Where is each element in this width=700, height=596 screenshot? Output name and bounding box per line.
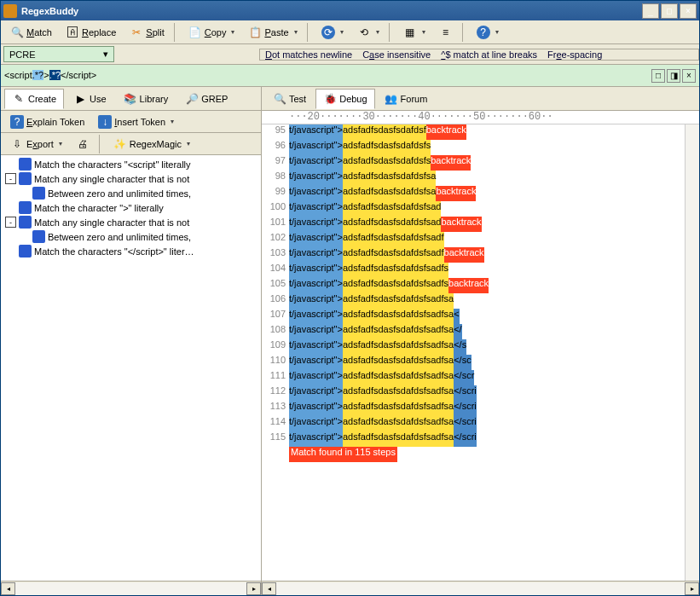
- debug-row: 115t/javascript">adsfadfsdasfsdafdsfsadf…: [262, 431, 685, 447]
- tree-row[interactable]: Between zero and unlimited times,: [3, 186, 259, 200]
- split-button[interactable]: ✂Split: [124, 23, 170, 42]
- scroll-right-button[interactable]: ▸: [246, 582, 261, 595]
- debug-row: 101t/javascript">adsfadfsdasfsdafdsfsadb…: [262, 217, 685, 232]
- grid-icon: ▦: [403, 26, 417, 39]
- panel-close-button[interactable]: ×: [682, 69, 696, 83]
- panel-min-button[interactable]: □: [651, 69, 665, 83]
- dropdown-icon: ▾: [103, 49, 108, 60]
- layout-list-button[interactable]: ≡: [433, 23, 459, 42]
- split-icon: ✂: [130, 26, 143, 39]
- scroll-right-button[interactable]: ▸: [685, 582, 699, 595]
- option-case[interactable]: Case insensitive: [362, 49, 431, 60]
- layout-grid-button[interactable]: ▦: [397, 23, 431, 42]
- tree-row[interactable]: Between zero and unlimited times,: [3, 229, 259, 244]
- tree-row[interactable]: Match the character ">" literally: [3, 200, 259, 215]
- minimize-button[interactable]: _: [642, 3, 659, 19]
- segment-consumed: t/javascript">: [289, 232, 343, 247]
- tab-library[interactable]: 📚Library: [116, 89, 176, 109]
- debug-row: 110t/javascript">adsfadfsdasfsdafdsfsadf…: [262, 355, 685, 370]
- tree-row[interactable]: Match the characters "<script" literally: [3, 157, 259, 171]
- segment-consumed: t/javascript">: [289, 140, 343, 155]
- left-hscrollbar[interactable]: ◂▸: [1, 581, 261, 595]
- tree-row[interactable]: -Match any single character that is not: [3, 215, 259, 229]
- expand-icon[interactable]: -: [5, 173, 16, 184]
- tab-grep[interactable]: 🔎GREP: [177, 89, 235, 109]
- insert-token-button[interactable]: ↓Insert Token: [92, 113, 180, 131]
- arrow-down-icon: ↓: [98, 115, 112, 129]
- line-number: 112: [262, 385, 289, 401]
- maximize-button[interactable]: □: [661, 3, 678, 19]
- export-button[interactable]: ⇩Export: [4, 135, 68, 153]
- paste-button[interactable]: 📋Paste: [242, 23, 303, 42]
- debug-row: 102t/javascript">adsfadfsdasfsdafdsfsadf: [262, 232, 685, 247]
- separator: [462, 23, 467, 42]
- copy-icon: 📄: [188, 26, 202, 39]
- tab-use[interactable]: ▶Use: [66, 89, 114, 109]
- segment-consumed: t/javascript">: [289, 247, 343, 263]
- segment-matching: adsfadfsdasfsdafdsfsa: [343, 171, 436, 186]
- debug-row: 104t/javascript">adsfadfsdasfsdafdsfsadf…: [262, 263, 685, 278]
- segment-matching: adsfadfsdasfsdafdsfsadfsa: [343, 416, 454, 431]
- segment-matching: adsfadfsdasfsdafdsfsadfsa: [343, 401, 454, 416]
- flavor-select[interactable]: PCRE▾: [3, 46, 114, 62]
- segment-lookahead: </scri: [454, 385, 477, 401]
- backtrack-label: backtrack: [441, 217, 481, 232]
- explain-tree[interactable]: Match the characters "<script" literally…: [1, 155, 261, 581]
- line-number: 98: [262, 171, 289, 186]
- print-icon: 🖨: [76, 137, 90, 151]
- tree-label: Between zero and unlimited times,: [48, 188, 191, 199]
- segment-consumed: t/javascript">: [289, 309, 343, 324]
- line-number: 107: [262, 309, 289, 324]
- tree-row[interactable]: -Match any single character that is not: [3, 171, 259, 186]
- token-icon: [32, 230, 45, 243]
- option-dot[interactable]: Dot matches newline: [265, 49, 352, 60]
- refresh-button[interactable]: ⟳: [315, 23, 350, 42]
- right-panel: 🔍Test 🐞Debug 👥Forum ···20·······30······…: [262, 87, 699, 595]
- option-free[interactable]: Free-spacing: [547, 49, 602, 60]
- segment-matching: adsfadfsdasfsdafdsfsadfsa: [343, 355, 454, 370]
- left-tabbar: ✎Create ▶Use 📚Library 🔎GREP: [1, 87, 261, 111]
- print-button[interactable]: 🖨: [70, 135, 95, 153]
- regex-input-row[interactable]: <script.*?>.*?</script> □ ◨ ×: [1, 65, 699, 87]
- segment-matching: adsfadfsdasfsdafdsfsadf: [343, 247, 444, 263]
- use-icon: ▶: [73, 92, 87, 106]
- segment-matching: adsfadfsdasfsdafdsfsadfsa: [343, 339, 454, 355]
- line-number: 114: [262, 416, 289, 431]
- debug-row: 97t/javascript">adsfadfsdasfsdafdsfsback…: [262, 155, 685, 171]
- token-icon: [19, 216, 32, 229]
- tab-test[interactable]: 🔍Test: [265, 89, 314, 109]
- right-vscrollbar[interactable]: [685, 124, 699, 581]
- scroll-left-button[interactable]: ◂: [262, 582, 276, 595]
- segment-lookahead: </: [454, 324, 461, 339]
- people-icon: 👥: [385, 92, 398, 106]
- option-anchors[interactable]: ^$ match at line breaks: [441, 49, 537, 60]
- debug-row: 107t/javascript">adsfadfsdasfsdafdsfsadf…: [262, 309, 685, 324]
- debug-row: 111t/javascript">adsfadfsdasfsdafdsfsadf…: [262, 370, 685, 385]
- debug-listing[interactable]: 95t/javascript">adsfadfsdasfsdafdsfbackt…: [262, 124, 685, 581]
- replace-button[interactable]: 🄰Replace: [60, 23, 122, 42]
- copy-button[interactable]: 📄Copy: [182, 23, 241, 42]
- separator: [389, 23, 394, 42]
- question-icon: ?: [10, 115, 24, 129]
- match-button[interactable]: 🔍Match: [4, 23, 58, 42]
- segment-lookahead: </scri: [454, 416, 477, 431]
- tab-debug[interactable]: 🐞Debug: [315, 89, 374, 109]
- scroll-left-button[interactable]: ◂: [1, 582, 15, 595]
- explain-token-button[interactable]: ?Explain Token: [4, 113, 90, 131]
- close-button[interactable]: ×: [680, 3, 697, 19]
- replace-icon: 🄰: [66, 26, 79, 39]
- right-hscrollbar[interactable]: ◂▸: [262, 581, 699, 595]
- tab-forum[interactable]: 👥Forum: [377, 89, 436, 109]
- expand-icon[interactable]: -: [5, 217, 16, 228]
- regexmagic-button[interactable]: ✨RegexMagic: [107, 135, 196, 153]
- token-icon: [19, 158, 32, 171]
- tab-create[interactable]: ✎Create: [4, 89, 64, 109]
- tree-row[interactable]: Match the characters "</script>" liter…: [3, 244, 259, 258]
- segment-consumed: t/javascript">: [289, 293, 343, 309]
- help-button[interactable]: ?: [471, 23, 505, 42]
- regex-text[interactable]: <script.*?>.*?</script>: [4, 69, 96, 82]
- segment-matching: adsfadfsdasfsdafdsfsadfs: [343, 278, 448, 293]
- app-title: RegexBuddy: [21, 6, 640, 16]
- history-button[interactable]: ⟲: [351, 23, 385, 42]
- panel-max-button[interactable]: ◨: [667, 69, 680, 83]
